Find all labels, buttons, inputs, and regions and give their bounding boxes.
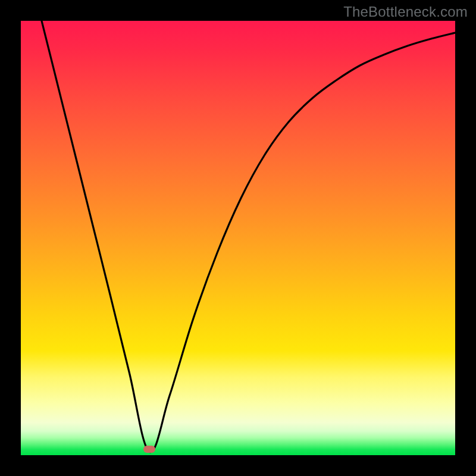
plot-area (21, 21, 455, 455)
watermark-text: TheBottleneck.com (343, 4, 468, 20)
chart-frame: TheBottleneck.com (0, 0, 476, 476)
minimum-marker (143, 446, 155, 453)
bottleneck-curve (21, 21, 455, 455)
